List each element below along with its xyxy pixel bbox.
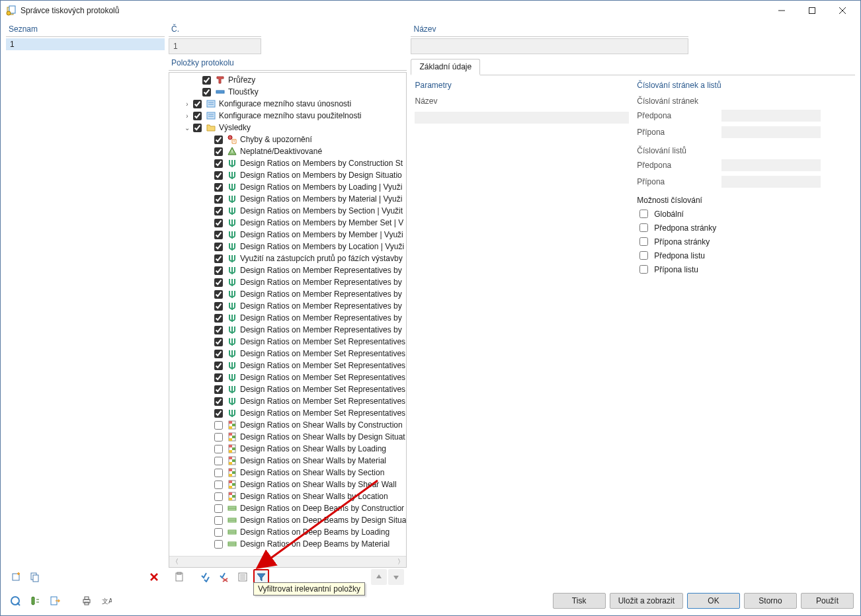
delete-button[interactable] [146,569,162,585]
tree-item[interactable]: Design Ratios on Members by Member Set |… [169,217,406,229]
list-item[interactable]: 1 [6,38,165,50]
toggle-icon[interactable]: › [183,99,192,108]
export-button[interactable] [47,593,63,609]
tree-item[interactable]: Design Ratios on Member Representatives … [169,276,406,288]
tree-item[interactable]: Design Ratios on Shear Walls by Loading [169,443,406,455]
checkbox[interactable] [214,326,223,334]
tree-item[interactable]: Design Ratios on Deep Beams by Loading [169,526,406,538]
checkbox[interactable] [214,183,223,192]
tree-item[interactable]: ›Konfigurace mezního stavu únosnosti [169,98,406,110]
check-all-button[interactable] [198,569,214,585]
checkbox[interactable] [214,516,223,525]
checkbox[interactable] [214,362,223,370]
cancel-button[interactable]: Storno [744,593,797,609]
tree-item[interactable]: Design Ratios on Member Representatives … [169,324,406,336]
close-button[interactable] [827,1,858,20]
tree-item[interactable]: Design Ratios on Member Set Representati… [169,407,406,419]
apply-button[interactable]: Použít [801,593,854,609]
checkbox[interactable] [214,385,223,394]
checkbox[interactable] [202,88,211,96]
sheet-suffix-input[interactable] [721,176,821,188]
tree-item[interactable]: Design Ratios on Shear Walls by Section [169,467,406,479]
checkbox[interactable] [214,171,223,180]
save-show-button[interactable]: Uložit a zobrazit [610,593,683,609]
tree-item[interactable]: Design Ratios on Member Set Representati… [169,395,406,407]
checkbox[interactable] [214,504,223,513]
tree-item[interactable]: Průřezy [169,74,406,86]
tree-item[interactable]: Design Ratios on Member Set Representati… [169,360,406,371]
checkbox[interactable] [193,124,202,132]
tree-item[interactable]: Design Ratios on Shear Walls by Construc… [169,419,406,431]
checkbox[interactable] [214,433,223,442]
move-down-button[interactable] [388,569,404,585]
sheet-prefix-input[interactable] [721,159,821,171]
checkbox[interactable] [214,278,223,287]
tree-item[interactable]: Design Ratios on Members by Material | V… [169,193,406,205]
option-checkbox[interactable] [639,237,648,246]
page-suffix-input[interactable] [721,126,821,138]
tree-item[interactable]: Design Ratios on Deep Beams by Material [169,538,406,550]
option-checkbox[interactable] [639,251,648,260]
new-button[interactable] [9,569,24,585]
n-value[interactable] [411,38,688,54]
checkbox[interactable] [214,266,223,275]
option-checkbox[interactable] [639,265,648,274]
checkbox[interactable] [214,195,223,204]
checkbox[interactable] [214,397,223,406]
page-prefix-input[interactable] [721,110,821,122]
horizontal-scrollbar[interactable]: 〈 〉 [169,556,406,567]
tree-item[interactable]: Design Ratios on Shear Walls by Shear Wa… [169,479,406,490]
tree-item[interactable]: Design Ratios on Shear Walls by Design S… [169,431,406,443]
checkbox[interactable] [214,469,223,477]
help-button[interactable] [7,593,23,609]
checkbox[interactable] [214,350,223,358]
checkbox[interactable] [214,492,223,501]
tree-item[interactable]: Design Ratios on Members by Loading | Vy… [169,181,406,193]
toggle-icon[interactable]: › [183,111,192,120]
tree-item[interactable]: Design Ratios on Member Set Representati… [169,383,406,395]
tree-item[interactable]: Design Ratios on Members by Construction… [169,157,406,169]
tree-item[interactable]: Tloušťky [169,86,406,98]
tab-basic[interactable]: Základní údaje [411,59,480,75]
tree-item[interactable]: ⌄Výsledky [169,122,406,134]
tree-item[interactable]: Design Ratios on Shear Walls by Material [169,455,406,467]
scroll-left-icon[interactable]: 〈 [169,557,181,568]
checkbox[interactable] [214,421,223,430]
checkbox[interactable] [193,100,202,108]
checkbox[interactable] [214,540,223,549]
checkbox[interactable] [214,314,223,323]
tree-item[interactable]: Design Ratios on Members by Member | Vyu… [169,229,406,241]
checkbox[interactable] [214,373,223,382]
uncheck-all-button[interactable] [216,569,232,585]
tree[interactable]: PrůřezyTloušťky›Konfigurace mezního stav… [169,73,406,551]
checkbox[interactable] [214,302,223,311]
checkbox[interactable] [214,445,223,453]
printer-button[interactable] [79,593,95,609]
option-checkbox[interactable] [639,223,648,232]
checkbox[interactable] [214,254,223,263]
checkbox[interactable] [214,147,223,156]
checkbox[interactable] [214,219,223,227]
checkbox[interactable] [202,76,211,85]
tree-item[interactable]: Design Ratios on Member Representatives … [169,300,406,312]
tree-item[interactable]: Design Ratios on Member Set Representati… [169,336,406,348]
checkbox[interactable] [193,112,202,120]
checkbox[interactable] [214,528,223,537]
minimize-button[interactable] [766,1,797,20]
tree-item[interactable]: Design Ratios on Members by Section | Vy… [169,205,406,217]
maximize-button[interactable] [797,1,827,20]
toggle-icon[interactable]: ⌄ [183,123,192,132]
checkbox[interactable] [214,481,223,489]
copy-button[interactable] [27,569,43,585]
name-input[interactable] [415,112,629,124]
tree-item[interactable]: Design Ratios on Member Representatives … [169,312,406,324]
ok-button[interactable]: OK [687,593,740,609]
checkbox[interactable] [214,409,223,418]
checkbox[interactable] [214,243,223,251]
checkbox[interactable] [214,159,223,168]
option-checkbox[interactable] [639,210,648,218]
tree-item[interactable]: Design Ratios on Shear Walls by Location [169,490,406,502]
tree-item[interactable]: Design Ratios on Member Set Representati… [169,371,406,383]
tree-item[interactable]: Design Ratios on Member Representatives … [169,264,406,276]
tree-item[interactable]: ›Konfigurace mezního stavu použitelnosti [169,110,406,122]
